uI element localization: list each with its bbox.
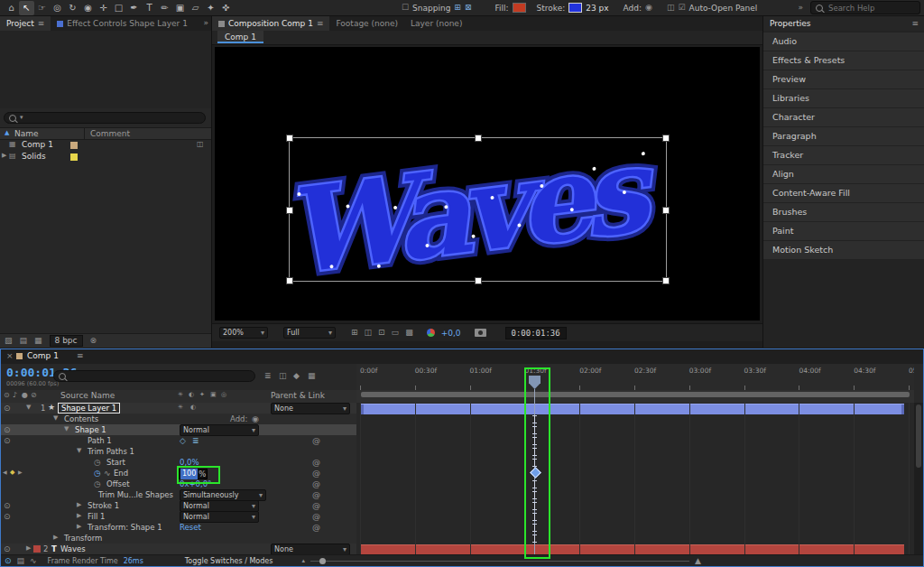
- new-folder-icon[interactable]: ▤: [20, 337, 28, 345]
- roto-brush-tool[interactable]: ✦: [203, 1, 218, 15]
- label-color-chip[interactable]: [70, 153, 78, 161]
- add-property-icon[interactable]: ◉: [252, 415, 259, 423]
- group-label[interactable]: Transform: Shape 1: [88, 522, 162, 533]
- hand-tool[interactable]: ☞: [34, 1, 50, 15]
- slider-handle[interactable]: [319, 558, 326, 564]
- row-waves-text-layer[interactable]: ⊙ ▶ 2 T Waves None▾: [1, 544, 356, 554]
- pickwhip-icon[interactable]: @: [312, 469, 320, 478]
- waves-text[interactable]: Waves: [277, 121, 662, 301]
- zoom-tool[interactable]: ◎: [50, 1, 65, 15]
- stopwatch-icon[interactable]: ◷: [94, 459, 101, 467]
- label-color-chip[interactable]: [33, 545, 41, 553]
- offset-value[interactable]: 0x+0,0°: [180, 479, 211, 489]
- status-icon-2[interactable]: ▤: [17, 557, 25, 565]
- snapping-checkbox[interactable]: ☐: [402, 4, 409, 12]
- twirl-closed-icon[interactable]: ▶: [53, 534, 58, 541]
- properties-item-effects-presets[interactable]: Effects & Presets: [763, 51, 924, 70]
- panel-menu-icon[interactable]: ≡: [77, 352, 84, 360]
- panel-menu-icon[interactable]: ≡: [911, 20, 919, 28]
- twirl-open-icon[interactable]: ▼: [53, 415, 58, 422]
- item-label[interactable]: Solids: [22, 152, 46, 161]
- properties-item-content-aware-fill[interactable]: Content-Aware Fill: [763, 184, 924, 203]
- interpret-footage-icon[interactable]: ▨: [5, 337, 13, 345]
- start-value[interactable]: 0,0%: [180, 457, 199, 468]
- tab-layer[interactable]: Layer (none): [404, 16, 468, 31]
- group-label[interactable]: Transform: [64, 533, 102, 544]
- comp-mini-flowchart-icon[interactable]: ≣: [264, 372, 272, 380]
- selection-handle-ne[interactable]: [662, 135, 670, 142]
- selection-handle-sw[interactable]: [286, 277, 293, 284]
- row-contents[interactable]: ▼ Contents Add: ◉: [1, 414, 356, 424]
- live-update-icon[interactable]: ◫: [279, 372, 287, 380]
- properties-item-character[interactable]: Character: [763, 108, 924, 127]
- rotation-tool[interactable]: ↻: [65, 1, 80, 15]
- timeline-search-input[interactable]: [53, 370, 255, 382]
- eye-icon[interactable]: ⊙: [4, 437, 11, 445]
- row-start[interactable]: ◷ Start 0,0% @: [1, 457, 356, 468]
- row-fill-1[interactable]: ⊙ ▶ Fill 1 Normal▾ @: [1, 511, 356, 522]
- properties-item-paragraph[interactable]: Paragraph: [763, 127, 924, 146]
- project-row-solids[interactable]: ▶ ▤ Solids: [0, 151, 211, 163]
- row-offset[interactable]: ◷ Offset 0x+0,0° @: [1, 479, 356, 489]
- brush-tool[interactable]: ✏: [157, 1, 172, 15]
- help-search-field[interactable]: [827, 3, 911, 14]
- magnification-dropdown[interactable]: 200%▾: [219, 327, 268, 339]
- stroke-swatch[interactable]: [568, 3, 582, 13]
- pen-tool[interactable]: ✒: [126, 1, 142, 15]
- layer-name[interactable]: Waves: [60, 544, 86, 554]
- stroke-width[interactable]: 23 px: [586, 4, 608, 13]
- group-label[interactable]: Contents: [64, 414, 98, 424]
- row-stroke-1[interactable]: ⊙ ▶ Stroke 1 Normal▾ @: [1, 500, 356, 511]
- timeline-scrollbar[interactable]: [914, 403, 923, 554]
- selection-handle-n[interactable]: [475, 135, 482, 142]
- guides-icon[interactable]: ◫: [365, 329, 373, 337]
- path-shape-icon[interactable]: ≣: [192, 437, 199, 445]
- subtab-comp1[interactable]: Comp 1: [217, 31, 263, 43]
- twirl-closed-icon[interactable]: ▶: [2, 153, 6, 159]
- pickwhip-icon[interactable]: @: [312, 502, 320, 510]
- switch-icon[interactable]: ◐: [190, 404, 196, 411]
- properties-item-libraries[interactable]: Libraries: [763, 89, 924, 108]
- stopwatch-icon[interactable]: ◷: [94, 480, 101, 488]
- twirl-closed-icon[interactable]: ▶: [77, 502, 81, 508]
- eye-icon[interactable]: ⊙: [4, 502, 11, 510]
- close-icon[interactable]: ×: [6, 352, 14, 360]
- tab-effect-controls[interactable]: Effect Controls Shape Layer 1: [51, 16, 194, 31]
- bit-depth-button[interactable]: 8 bpc: [50, 335, 83, 347]
- draft-3d-icon[interactable]: ◆: [293, 372, 300, 380]
- new-composition-icon[interactable]: ▦: [34, 337, 42, 345]
- type-tool[interactable]: T: [142, 1, 157, 15]
- layer-name[interactable]: Shape Layer 1: [58, 403, 120, 414]
- row-path-1[interactable]: ⊙ Path 1 ◇ ≣ @: [1, 435, 356, 446]
- property-label[interactable]: End: [114, 468, 128, 479]
- path-direction-icon[interactable]: ◇: [180, 437, 186, 445]
- selection-tool[interactable]: ↖: [19, 1, 34, 15]
- stopwatch-icon[interactable]: ◷: [94, 469, 101, 478]
- tab-properties[interactable]: Properties: [763, 16, 817, 31]
- twirl-closed-icon[interactable]: ▶: [77, 524, 81, 530]
- zoom-out-mountain-icon[interactable]: ▴: [301, 558, 305, 564]
- column-source-name[interactable]: Source Name: [60, 391, 115, 400]
- selection-handle-se[interactable]: [662, 277, 670, 284]
- add-target-icon[interactable]: ◉: [645, 4, 652, 12]
- layer-bar-shape-layer-1[interactable]: [361, 404, 904, 414]
- properties-item-paint[interactable]: Paint: [763, 222, 924, 241]
- slider-track[interactable]: [310, 561, 689, 562]
- pickwhip-icon[interactable]: @: [312, 480, 320, 488]
- selection-handle-s[interactable]: [475, 277, 482, 284]
- auto-open-checkbox[interactable]: ☑: [678, 4, 685, 12]
- row-trim-paths-1[interactable]: ▼ Trim Paths 1: [1, 446, 356, 457]
- transparency-grid-icon[interactable]: ▩: [405, 329, 413, 337]
- grid-icon[interactable]: ⊞: [351, 329, 358, 337]
- region-of-interest-icon[interactable]: ▭: [392, 329, 400, 337]
- twirl-closed-icon[interactable]: ▶: [26, 545, 31, 552]
- pickwhip-icon[interactable]: @: [312, 437, 320, 445]
- workspace-icon[interactable]: ◫: [667, 4, 675, 12]
- group-label[interactable]: Fill 1: [88, 511, 105, 522]
- column-parent-link[interactable]: Parent & Link: [271, 391, 325, 400]
- property-label[interactable]: Start: [106, 457, 125, 468]
- switch-icon[interactable]: ✳: [178, 404, 183, 411]
- column-name[interactable]: Name: [14, 129, 39, 138]
- eye-icon[interactable]: ⊙: [4, 426, 11, 434]
- reset-link[interactable]: Reset: [180, 522, 201, 533]
